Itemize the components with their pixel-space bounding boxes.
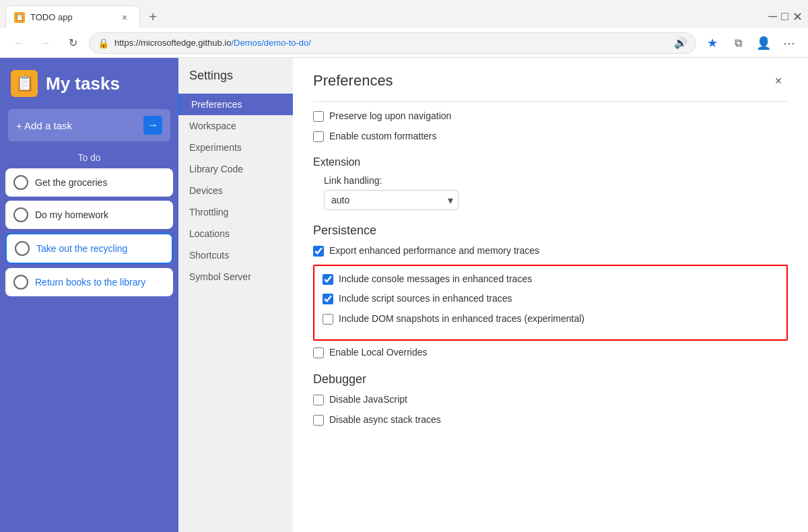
disable-js-checkbox[interactable] [313,395,324,405]
todo-section-label: To do [0,152,178,163]
task-item-active[interactable]: Take out the recycling [5,233,173,264]
settings-content: Preferences × Preserve log upon navigati… [293,58,808,532]
content-area: 📋 My tasks + Add a task → To do Get the … [0,58,808,532]
disable-async-row: Disable async stack traces [313,413,788,427]
tab-bar: 📋 TODO app × + ─ □ ✕ [0,0,808,28]
sidebar-item-shortcuts[interactable]: Shortcuts [178,244,293,266]
persistence-title: Persistence [313,224,788,238]
task-item[interactable]: Get the groceries [5,168,173,197]
sidebar-item-library-code[interactable]: Library Code [178,158,293,180]
disable-js-row: Disable JavaScript [313,393,788,407]
console-messages-checkbox[interactable] [323,274,333,285]
task-checkbox-3[interactable] [15,241,30,256]
disable-async-label: Disable async stack traces [329,413,441,427]
local-overrides-row: Enable Local Overrides [313,346,788,360]
todo-header: 📋 My tasks [0,58,178,109]
sidebar-item-workspace[interactable]: Workspace [178,115,293,137]
todo-sidebar: 📋 My tasks + Add a task → To do Get the … [0,58,178,532]
extension-section: Extension Link handling: auto manual off… [313,156,788,210]
task-item[interactable]: Do my homework [5,201,173,229]
preferences-title: Preferences [313,72,393,90]
tab-favicon: 📋 [14,12,25,23]
lock-icon: 🔒 [98,38,109,48]
divider [313,101,788,102]
todo-icon: 📋 [11,70,38,97]
link-handling-select[interactable]: auto manual off [324,190,459,210]
disable-js-label: Disable JavaScript [329,393,407,407]
dom-snapshots-row: Include DOM snapshots in enhanced traces… [323,312,778,326]
todo-app-title: My tasks [46,73,120,94]
favorites-button[interactable]: ★ [702,32,723,54]
task-checkbox-1[interactable] [13,175,28,190]
new-tab-button[interactable]: + [143,7,163,27]
task-text-2: Do my homework [35,209,108,221]
script-sources-checkbox[interactable] [323,294,333,304]
preserve-log-label: Preserve log upon navigation [329,110,451,123]
console-settings-group: Preserve log upon navigation Enable cust… [313,110,788,143]
nav-bar: ← → ↻ 🔒 https://microsoftedge.github.io/… [0,28,808,58]
address-text: https://microsoftedge.github.io/Demos/de… [114,38,669,48]
custom-formatters-row: Enable custom formatters [313,130,788,143]
add-task-bar[interactable]: + Add a task → [8,109,170,141]
refresh-button[interactable]: ↻ [62,32,83,54]
settings-sidebar: Settings Preferences Workspace Experimen… [178,58,293,532]
dom-snapshots-checkbox[interactable] [323,314,333,325]
sidebar-item-experiments[interactable]: Experiments [178,137,293,158]
add-task-button[interactable]: → [143,116,162,135]
task-text-1: Get the groceries [35,176,107,189]
tab-close-button[interactable]: × [118,11,131,24]
collections-button[interactable]: ⧉ [727,32,749,54]
add-task-label: + Add a task [16,120,138,131]
link-handling-wrapper: auto manual off ▾ [324,190,459,210]
console-messages-label: Include console messages in enhanced tra… [339,273,532,286]
settings-content-header: Preferences × [313,71,788,90]
script-sources-label: Include script sources in enhanced trace… [339,292,512,306]
debugger-title: Debugger [313,372,788,387]
export-traces-checkbox[interactable] [313,246,324,257]
settings-title: Settings [178,69,293,94]
address-bar[interactable]: 🔒 https://microsoftedge.github.io/Demos/… [89,32,696,54]
local-overrides-label: Enable Local Overrides [329,346,428,360]
extension-title: Extension [313,156,788,168]
close-settings-button[interactable]: × [769,71,788,90]
persistence-section: Persistence Export enhanced performance … [313,224,788,359]
export-traces-label: Export enhanced performance and memory t… [329,244,539,258]
local-overrides-checkbox[interactable] [313,347,324,358]
debugger-section: Debugger Disable JavaScript Disable asyn… [313,372,788,426]
profile-button[interactable]: 👤 [753,32,774,54]
highlighted-persistence-group: Include console messages in enhanced tra… [313,265,788,341]
minimize-button[interactable]: ─ [768,9,777,24]
link-handling-label: Link handling: [324,175,788,186]
back-button[interactable]: ← [8,32,30,54]
devtools-panel: Settings Preferences Workspace Experimen… [178,58,808,532]
sidebar-item-preferences[interactable]: Preferences [178,94,293,115]
close-window-button[interactable]: ✕ [793,9,803,24]
tab-title: TODO app [30,12,112,22]
maximize-button[interactable]: □ [781,9,788,24]
preserve-log-row: Preserve log upon navigation [313,110,788,123]
active-tab[interactable]: 📋 TODO app × [5,5,140,28]
custom-formatters-checkbox[interactable] [313,131,324,142]
task-checkbox-4[interactable] [13,275,28,290]
address-path: /Demos/demo-to-do/ [231,38,311,48]
task-checkbox-2[interactable] [13,207,28,222]
read-aloud-icon[interactable]: 🔊 [674,36,687,49]
disable-async-checkbox[interactable] [313,415,324,426]
task-item[interactable]: Return books to the library [5,268,173,296]
nav-actions: ★ ⧉ 👤 ⋯ [702,32,800,54]
preserve-log-checkbox[interactable] [313,111,324,122]
script-sources-row: Include script sources in enhanced trace… [323,292,778,306]
export-traces-row: Export enhanced performance and memory t… [313,244,788,258]
sidebar-item-locations[interactable]: Locations [178,223,293,244]
console-messages-row: Include console messages in enhanced tra… [323,273,778,286]
forward-button[interactable]: → [35,32,57,54]
task-text-4: Return books to the library [35,276,145,288]
browser-chrome: 📋 TODO app × + ─ □ ✕ ← → ↻ 🔒 https://mic… [0,0,808,58]
sidebar-item-devices[interactable]: Devices [178,180,293,201]
sidebar-item-throttling[interactable]: Throttling [178,201,293,223]
sidebar-item-symbol-server[interactable]: Symbol Server [178,266,293,288]
task-text-3: Take out the recycling [36,242,127,255]
more-button[interactable]: ⋯ [778,32,800,54]
custom-formatters-label: Enable custom formatters [329,130,437,143]
dom-snapshots-label: Include DOM snapshots in enhanced traces… [339,312,584,326]
